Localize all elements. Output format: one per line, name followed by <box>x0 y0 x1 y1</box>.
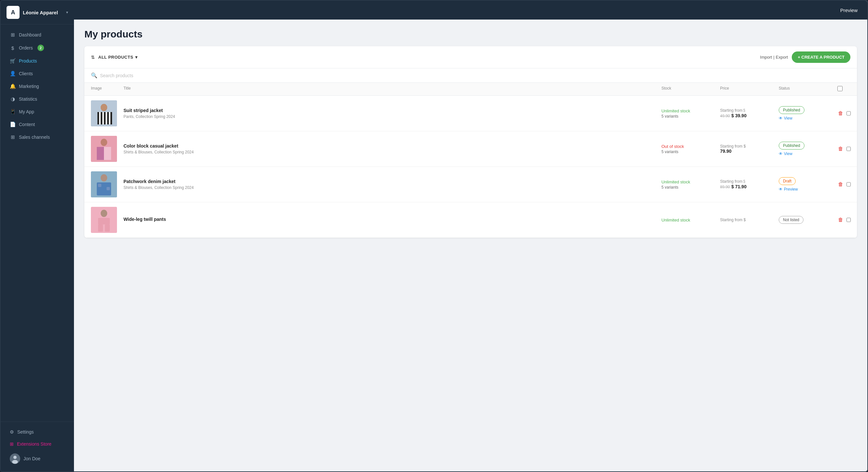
search-icon: 🔍 <box>91 72 97 78</box>
filter-button[interactable]: ⇅ ALL PRODUCTS ▾ <box>91 55 138 60</box>
top-bar: Preview <box>74 1 867 20</box>
preview-button[interactable]: Preview <box>840 7 858 13</box>
delete-button[interactable]: 🗑 <box>837 110 844 117</box>
price-current: $ 39.90 <box>731 113 746 118</box>
sidebar-item-clients[interactable]: 👤 Clients <box>3 67 71 80</box>
sidebar-item-statistics[interactable]: ◑ Statistics <box>3 93 71 105</box>
price-starting: Starting from $ <box>720 144 779 149</box>
delete-button[interactable]: 🗑 <box>837 216 844 223</box>
variants-label: 5 variants <box>661 150 720 154</box>
price-col-4: Starting from $ <box>720 218 779 222</box>
sidebar-item-products[interactable]: 🛒 Products <box>3 55 71 67</box>
row-checkbox[interactable] <box>846 217 851 222</box>
product-title: Wide-leg twill pants <box>123 217 661 222</box>
price-col-1: Starting from $ 49.90 $ 39.90 <box>720 108 779 119</box>
sidebar-item-sales-channels[interactable]: ⊞ Sales channels <box>3 131 71 143</box>
view-link[interactable]: 👁 View <box>779 152 837 156</box>
view-link[interactable]: 👁 View <box>779 116 837 121</box>
sidebar-item-label: Sales channels <box>19 134 50 140</box>
sidebar-item-marketing[interactable]: 🔔 Marketing <box>3 80 71 93</box>
product-info-1: Suit striped jacket Pants, Collection Sp… <box>123 108 661 119</box>
sidebar-header[interactable]: A Léonie Apparel ▾ <box>1 1 74 25</box>
col-title: Title <box>123 86 661 92</box>
svg-rect-16 <box>104 147 111 160</box>
import-link[interactable]: Import <box>760 55 772 60</box>
sidebar-bottom: ⚙ Settings ⊞ Extensions Store Jon Doe <box>1 421 74 471</box>
stock-label: Out of stock <box>661 144 720 149</box>
svg-rect-7 <box>101 112 102 124</box>
svg-rect-21 <box>98 184 101 187</box>
stock-col-2: Out of stock 5 variants <box>661 144 720 154</box>
statistics-icon: ◑ <box>10 96 16 102</box>
sidebar-item-dashboard[interactable]: ⊞ Dashboard <box>3 29 71 41</box>
brand-logo: A <box>6 6 20 19</box>
sidebar-item-content[interactable]: 📄 Content <box>3 118 71 131</box>
price-starting: Starting from $ <box>720 218 779 222</box>
table-row: Patchwork denim jacket Shirts & Blouses,… <box>84 167 857 202</box>
svg-rect-9 <box>107 112 109 124</box>
sidebar-user[interactable]: Jon Doe <box>3 450 71 467</box>
eye-icon: 👁 <box>779 116 783 121</box>
eye-icon: 👁 <box>779 152 783 156</box>
status-badge: Draft <box>779 177 796 185</box>
myapp-icon: 📱 <box>10 109 16 115</box>
clients-icon: 👤 <box>10 71 16 76</box>
page-title: My products <box>84 29 857 40</box>
avatar <box>10 453 20 464</box>
toolbar-right: Import | Export + CREATE A PRODUCT <box>760 52 850 63</box>
product-title: Color block casual jacket <box>123 143 661 149</box>
price-values: 49.90 $ 39.90 <box>720 113 779 119</box>
col-stock: Stock <box>661 86 720 92</box>
sidebar-item-settings[interactable]: ⚙ Settings <box>3 426 71 438</box>
delete-button[interactable]: 🗑 <box>837 145 844 152</box>
products-toolbar: ⇅ ALL PRODUCTS ▾ Import | Export + CREAT… <box>84 46 857 68</box>
preview-link[interactable]: 👁 Preview <box>779 187 837 192</box>
sort-icon: ⇅ <box>91 55 95 60</box>
sidebar-nav: ⊞ Dashboard $ Orders 2 🛒 Products 👤 Clie… <box>1 25 74 421</box>
svg-point-11 <box>101 104 107 111</box>
main-content: Preview My products ⇅ ALL PRODUCTS ▾ Imp… <box>74 1 867 471</box>
stock-label: Unlimited stock <box>661 108 720 113</box>
eye-icon: 👁 <box>779 187 783 192</box>
create-product-button[interactable]: + CREATE A PRODUCT <box>792 52 850 63</box>
svg-rect-15 <box>97 147 104 160</box>
product-subtitle: Pants, Collection Spring 2024 <box>123 114 661 119</box>
sidebar-item-orders[interactable]: $ Orders 2 <box>3 41 71 54</box>
product-title: Patchwork denim jacket <box>123 179 661 184</box>
price-current: $ 71.90 <box>731 184 746 189</box>
col-status: Status <box>779 86 837 92</box>
sales-channels-icon: ⊞ <box>10 134 16 140</box>
sidebar-item-extensions[interactable]: ⊞ Extensions Store <box>3 438 71 450</box>
products-card: ⇅ ALL PRODUCTS ▾ Import | Export + CREAT… <box>84 46 857 238</box>
content-icon: 📄 <box>10 122 16 127</box>
svg-point-1 <box>13 456 17 459</box>
sidebar-item-label: Dashboard <box>19 32 41 37</box>
status-badge: Not listed <box>779 216 804 224</box>
svg-point-17 <box>101 139 107 146</box>
col-image: Image <box>91 86 123 92</box>
col-price: Price <box>720 86 779 92</box>
search-input-wrap: 🔍 <box>91 72 850 78</box>
dashboard-icon: ⊞ <box>10 32 16 38</box>
sidebar-item-label: Products <box>19 58 37 64</box>
export-link[interactable]: Export <box>776 55 788 60</box>
row-checkbox[interactable] <box>846 182 851 187</box>
content-area: My products ⇅ ALL PRODUCTS ▾ Import | Ex… <box>74 20 867 471</box>
table-row: Color block casual jacket Shirts & Blous… <box>84 131 857 167</box>
search-input[interactable] <box>100 73 850 78</box>
delete-button[interactable]: 🗑 <box>837 181 844 188</box>
price-starting: Starting from $ <box>720 108 779 113</box>
variants-label: 5 variants <box>661 114 720 119</box>
product-image-3 <box>91 171 117 197</box>
sidebar-item-myapp[interactable]: 📱 My App <box>3 105 71 118</box>
sidebar: A Léonie Apparel ▾ ⊞ Dashboard $ Orders … <box>1 1 74 471</box>
orders-badge: 2 <box>37 44 44 51</box>
row-checkbox[interactable] <box>846 111 851 116</box>
row-checkbox[interactable] <box>846 146 851 152</box>
extensions-icon: ⊞ <box>10 441 14 447</box>
table-row: Wide-leg twill pants Unlimited stock Sta… <box>84 202 857 238</box>
status-col-4: Not listed <box>779 216 837 224</box>
row-actions-3: 🗑 <box>837 181 850 188</box>
row-actions-4: 🗑 <box>837 216 850 223</box>
select-all-checkbox[interactable] <box>837 86 843 91</box>
